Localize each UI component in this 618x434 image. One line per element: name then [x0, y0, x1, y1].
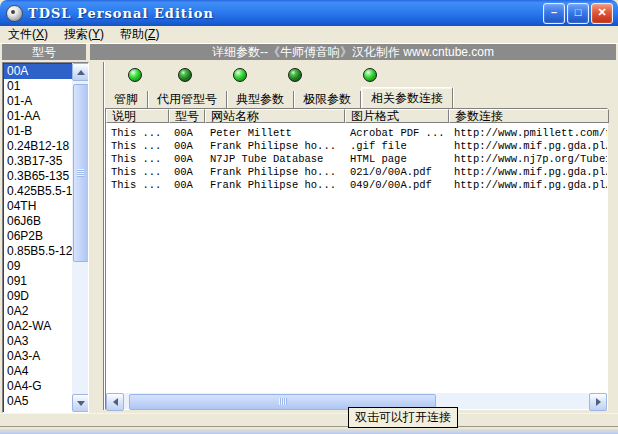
led-indicator-5	[363, 68, 377, 82]
scrollbar-grip-icon	[77, 169, 84, 177]
arrow-down-icon	[77, 401, 85, 406]
list-item[interactable]: 00A	[4, 64, 72, 79]
scrollbar-grip-icon	[279, 398, 287, 405]
tab-substitute-models[interactable]: 代用管型号	[148, 91, 227, 108]
led-indicator-3	[233, 68, 247, 82]
tab-typical-params[interactable]: 典型参数	[227, 91, 294, 108]
table-cell: .gif file	[345, 140, 449, 153]
statusbar-divider	[0, 426, 618, 427]
scroll-left-button[interactable]	[106, 393, 124, 411]
list-item[interactable]: 06P2B	[4, 229, 72, 244]
maximize-button[interactable]: □	[567, 3, 589, 24]
table-row[interactable]: This ...00AFrank Philipse ho....gif file…	[106, 140, 607, 153]
table-cell: http://www.mif.pg.gda.pl/ho	[449, 166, 607, 179]
tab-related-links[interactable]: 相关参数连接	[361, 87, 453, 108]
related-links-table: 说明型号网站名称图片格式参数连接 This ...00APeter Millet…	[105, 108, 608, 410]
table-row[interactable]: This ...00AN7JP Tube DatabaseHTML pageht…	[106, 153, 607, 166]
list-item[interactable]: 09D	[4, 289, 72, 304]
column-header-3[interactable]: 网站名称	[205, 109, 345, 123]
list-item[interactable]: 01-B	[4, 124, 72, 139]
arrow-up-icon	[77, 70, 85, 75]
list-item[interactable]: 09	[4, 259, 72, 274]
list-item[interactable]: 0.3B17-35	[4, 154, 72, 169]
table-cell: This ...	[106, 153, 169, 166]
list-item[interactable]: 0.85B5.5-12	[4, 244, 72, 259]
table-cell: 00A	[169, 153, 205, 166]
list-item[interactable]: 0A2	[4, 304, 72, 319]
table-cell: Acrobat PDF ...	[345, 127, 449, 140]
list-scrollbar-thumb[interactable]	[73, 84, 89, 262]
table-cell: This ...	[106, 127, 169, 140]
double-click-hint-tooltip: 双击可以打开连接	[348, 407, 458, 428]
menubar: 文件(X)搜索(Y)帮助(Z)	[0, 26, 618, 44]
table-body: This ...00APeter MillettAcrobat PDF ...h…	[106, 123, 607, 393]
scroll-down-button[interactable]	[72, 394, 89, 412]
tab-pins[interactable]: 管脚	[105, 91, 148, 108]
list-item[interactable]: 091	[4, 274, 72, 289]
list-vertical-scrollbar[interactable]	[72, 63, 88, 412]
table-row[interactable]: This ...00APeter MillettAcrobat PDF ...h…	[106, 127, 607, 140]
list-item[interactable]: 04TH	[4, 199, 72, 214]
parameter-tabs: 管脚代用管型号典型参数极限参数相关参数连接	[105, 88, 608, 108]
table-cell: 049/0/00A.pdf	[345, 179, 449, 192]
close-button[interactable]: ✕	[591, 3, 613, 24]
titlebar: TDSL Personal Edition –□✕	[0, 0, 618, 26]
table-cell: N7JP Tube Database	[205, 153, 345, 166]
table-cell: Frank Philipse ho...	[205, 166, 345, 179]
table-cell: 00A	[169, 127, 205, 140]
window-title: TDSL Personal Edition	[28, 6, 214, 21]
list-item[interactable]: 01-AA	[4, 109, 72, 124]
list-item[interactable]: 0A4-G	[4, 379, 72, 394]
list-item[interactable]: 06J6B	[4, 214, 72, 229]
table-cell: 00A	[169, 179, 205, 192]
table-cell: HTML page	[345, 153, 449, 166]
model-listbox[interactable]: 00A0101-A01-AA01-B0.24B12-180.3B17-350.3…	[2, 62, 89, 413]
minimize-button[interactable]: –	[543, 3, 565, 24]
list-item[interactable]: 0A5	[4, 394, 72, 409]
table-header-row: 说明型号网站名称图片格式参数连接	[106, 109, 607, 123]
model-list-items: 00A0101-A01-AA01-B0.24B12-180.3B17-350.3…	[4, 64, 72, 412]
table-cell: This ...	[106, 166, 169, 179]
app-tube-icon	[6, 5, 23, 22]
menu-item-help[interactable]: 帮助(Z)	[112, 25, 167, 44]
menu-item-search[interactable]: 搜索(Y)	[56, 25, 112, 44]
table-cell: This ...	[106, 140, 169, 153]
column-header-2[interactable]: 型号	[169, 109, 205, 123]
led-indicator-2	[178, 68, 192, 82]
arrow-left-icon	[113, 398, 118, 406]
list-item[interactable]: 0.24B12-18	[4, 139, 72, 154]
list-item[interactable]: 0A4	[4, 364, 72, 379]
column-header-5[interactable]: 参数连接	[449, 109, 609, 123]
column-header-1[interactable]: 说明	[106, 109, 169, 123]
led-indicator-row	[105, 62, 608, 88]
menu-item-file[interactable]: 文件(X)	[0, 25, 56, 44]
table-cell: 021/0/00A.pdf	[345, 166, 449, 179]
list-item[interactable]: 0.3B65-135	[4, 169, 72, 184]
table-cell: http://www.pmillett.com/tub	[449, 127, 607, 140]
arrow-right-icon	[596, 398, 601, 406]
list-item[interactable]: 0A2-WA	[4, 319, 72, 334]
list-item[interactable]: 0.425B5.5-12	[4, 184, 72, 199]
table-cell: http://www.mif.pg.gda.pl/ho	[449, 179, 607, 192]
list-item[interactable]: 01-A	[4, 94, 72, 109]
tab-limit-params[interactable]: 极限参数	[294, 91, 361, 108]
table-cell: This ...	[106, 179, 169, 192]
table-cell: http://www.mif.pg.gda.pl/ho	[449, 140, 607, 153]
list-item[interactable]: 0A3-A	[4, 349, 72, 364]
window-bottom-border	[0, 429, 618, 434]
table-cell: http://www.nj7p.org/Tube1.p	[449, 153, 607, 166]
led-indicator-4	[288, 68, 302, 82]
list-item[interactable]: 01	[4, 79, 72, 94]
list-item[interactable]: 0A3	[4, 334, 72, 349]
scroll-right-button[interactable]	[589, 393, 607, 411]
scroll-up-button[interactable]	[72, 63, 89, 81]
led-indicator-1	[128, 68, 142, 82]
table-row[interactable]: This ...00AFrank Philipse ho...049/0/00A…	[106, 179, 607, 192]
window-controls: –□✕	[543, 3, 618, 24]
model-column-header: 型号	[2, 44, 86, 60]
table-cell: 00A	[169, 166, 205, 179]
table-cell: Frank Philipse ho...	[205, 140, 345, 153]
table-cell: Peter Millett	[205, 127, 345, 140]
table-row[interactable]: This ...00AFrank Philipse ho...021/0/00A…	[106, 166, 607, 179]
column-header-4[interactable]: 图片格式	[345, 109, 449, 123]
